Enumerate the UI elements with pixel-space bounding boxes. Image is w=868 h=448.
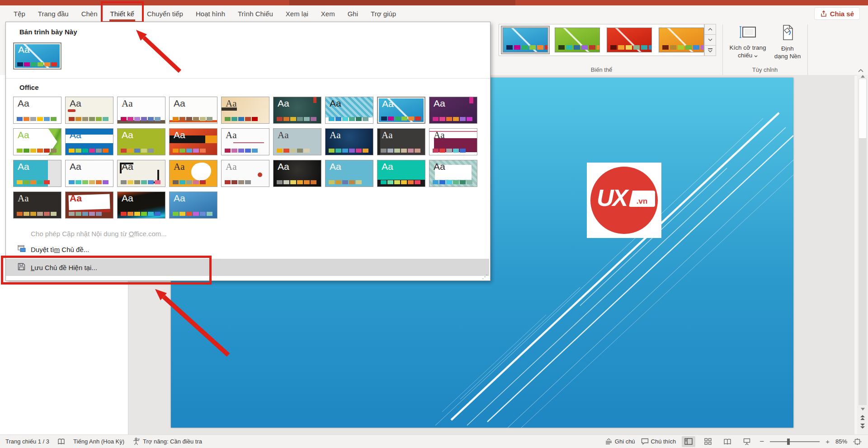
theme-thumbnail[interactable]: Aa [169, 160, 217, 187]
scroll-down-icon[interactable] [857, 405, 868, 413]
zoom-percentage[interactable]: 85% [835, 438, 847, 445]
variant-thumbnail[interactable] [503, 28, 548, 52]
gallery-scroll-down-icon[interactable] [704, 35, 716, 45]
section-divider [6, 78, 490, 79]
theme-thumbnail[interactable]: Aa [13, 160, 61, 187]
variant-thumbnail[interactable] [555, 28, 600, 52]
notes-toggle[interactable]: Ghi chú [605, 438, 635, 445]
menu-tab[interactable]: Xem lại [279, 5, 315, 22]
menu-tab[interactable]: Chèn [75, 5, 104, 22]
language-indicator[interactable]: Tiếng Anh (Hoa Kỳ) [73, 438, 124, 445]
zoom-slider-knob[interactable] [787, 439, 790, 445]
theme-sample-text: Aa [18, 44, 30, 55]
menu-tab[interactable]: Trợ giúp [364, 5, 402, 22]
next-slide-icon[interactable] [857, 422, 868, 429]
share-label: Chia sẻ [830, 10, 854, 18]
theme-thumbnail[interactable]: Aa [169, 97, 217, 124]
menu-tab[interactable]: Trình Chiếu [231, 5, 279, 22]
spell-check-icon[interactable] [57, 438, 65, 445]
browse-themes-item[interactable]: Duyệt tìm Chủ đề... [6, 242, 489, 257]
variant-thumbnail[interactable] [659, 28, 704, 52]
variant-thumbnail[interactable] [607, 28, 652, 52]
theme-thumbnail[interactable]: Aa [65, 128, 113, 155]
theme-thumbnail[interactable]: Aa [65, 160, 113, 187]
zoom-out-button[interactable]: − [760, 437, 764, 446]
theme-thumbnail[interactable]: Aa [273, 97, 321, 124]
theme-thumbnail[interactable]: Aa [429, 160, 477, 187]
theme-thumbnail[interactable]: Aa [65, 97, 113, 124]
theme-sample-text: Aa [18, 161, 29, 172]
theme-thumbnail[interactable]: Aa [13, 128, 61, 155]
scrollbar-thumb[interactable] [859, 79, 867, 139]
menu-tab[interactable]: Xem [315, 5, 341, 22]
theme-thumbnail[interactable]: Aa [429, 97, 477, 124]
slide-sorter-view-button[interactable] [701, 436, 715, 447]
theme-thumbnail[interactable]: Aa [273, 128, 321, 155]
theme-thumbnail[interactable]: Aa [377, 128, 425, 155]
slide-size-label-line1: Kích cỡ trang [730, 44, 766, 51]
menu-tab[interactable]: Trang đầu [32, 5, 75, 22]
theme-thumbnail[interactable]: Aa [325, 97, 373, 124]
enable-content-updates-item[interactable]: Cho phép Cập nhật Nội dung từ Office.com… [6, 226, 489, 241]
theme-thumbnail[interactable]: Aa [117, 97, 165, 124]
fit-to-window-icon[interactable] [853, 438, 862, 445]
slideshow-view-button[interactable] [740, 436, 754, 447]
theme-thumbnail[interactable]: Aa [169, 128, 217, 155]
ux-vn-logo[interactable]: UX .vn [587, 163, 661, 238]
theme-thumbnail[interactable]: Aa [169, 191, 217, 219]
variant-item[interactable] [657, 26, 705, 54]
theme-decoration [313, 97, 316, 103]
menu-tab[interactable]: Hoạt hình [189, 5, 231, 22]
gallery-more-icon[interactable] [704, 46, 716, 56]
variant-item[interactable] [553, 26, 601, 54]
theme-sample-text: Aa [18, 193, 29, 204]
menu-tab-label: Xem lại [286, 10, 308, 18]
previous-slide-icon[interactable] [857, 414, 868, 421]
menu-tab-label: Trình Chiếu [238, 10, 273, 18]
theme-thumbnail[interactable]: Aa [273, 160, 321, 187]
normal-view-button[interactable] [682, 436, 695, 447]
vertical-scrollbar[interactable] [857, 75, 868, 434]
theme-sample-text: Aa [382, 98, 394, 109]
theme-thumbnail[interactable]: Aa [117, 128, 165, 155]
menu-tab[interactable]: Chuyển tiếp [141, 5, 189, 22]
theme-thumbnail[interactable]: Aa [325, 128, 373, 155]
theme-thumbnail[interactable]: Aa [117, 191, 165, 219]
theme-thumbnail[interactable]: Aa [429, 128, 477, 155]
theme-thumbnail[interactable]: Aa [221, 97, 269, 124]
theme-decoration [258, 173, 262, 177]
theme-thumbnail[interactable]: Aa [325, 160, 373, 187]
theme-sample-text: Aa [278, 98, 289, 109]
theme-thumbnail[interactable]: Aa [221, 160, 269, 187]
theme-color-swatches [506, 45, 548, 50]
variant-item[interactable] [605, 26, 653, 54]
scrollbar-track[interactable] [859, 139, 867, 405]
theme-thumbnail[interactable]: Aa [13, 191, 61, 219]
comments-toggle[interactable]: Chú thích [641, 438, 676, 445]
save-current-theme-item[interactable]: Lưu Chủ đề Hiện tại... [6, 259, 489, 276]
theme-thumbnail[interactable]: Aa [377, 160, 425, 187]
theme-thumbnail[interactable]: Aa [117, 160, 165, 187]
theme-thumbnail[interactable]: Aa [13, 42, 61, 70]
zoom-slider[interactable] [770, 439, 820, 445]
theme-sample-text: Aa [18, 98, 29, 109]
slide-indicator[interactable]: Trang chiếu 1 / 3 [5, 438, 49, 445]
dropdown-resize-grip[interactable]: ⋰ [482, 273, 488, 280]
share-button[interactable]: Chia sẻ [814, 7, 860, 20]
menu-tab[interactable]: Ghi [341, 5, 364, 22]
theme-thumbnail[interactable]: Aa [377, 97, 425, 124]
theme-color-swatches [381, 117, 421, 121]
theme-thumbnail[interactable]: Aa [65, 191, 113, 219]
format-background-button[interactable]: Định dạng Nền [770, 23, 805, 71]
menu-tab-active[interactable]: Thiết kế [104, 5, 141, 22]
slide-size-button[interactable]: Kích cỡ trang chiếu [725, 23, 770, 71]
theme-thumbnail[interactable]: Aa [13, 97, 61, 124]
theme-thumbnail[interactable]: Aa [221, 128, 269, 155]
zoom-in-button[interactable]: + [826, 438, 830, 445]
accessibility-status[interactable]: Trợ năng: Cần điều tra [132, 438, 202, 445]
menu-tab[interactable]: Tệp [7, 5, 32, 22]
gallery-scroll-up-icon[interactable] [704, 24, 716, 35]
reading-view-button[interactable] [721, 436, 734, 447]
theme-color-swatches [69, 180, 108, 184]
variant-item[interactable] [501, 26, 549, 54]
